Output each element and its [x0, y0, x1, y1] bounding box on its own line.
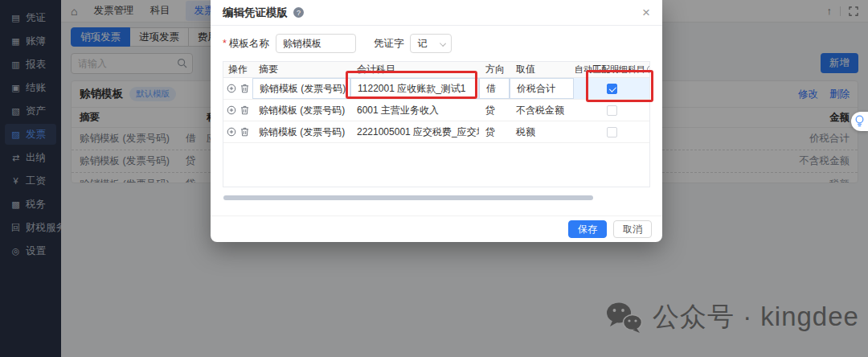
- cell-account[interactable]: 6001 主营业务收入: [350, 100, 479, 121]
- delete-row-icon[interactable]: [240, 127, 249, 137]
- help-icon[interactable]: ?: [293, 7, 304, 18]
- dialog-footer: 保存 取消: [211, 215, 662, 242]
- cell-summary[interactable]: 赊销模板 (发票号码): [252, 78, 350, 99]
- dialog-header: 编辑凭证模版 ? ×: [211, 0, 662, 26]
- voucher-word-select[interactable]: 记: [410, 34, 452, 53]
- dialog-title: 编辑凭证模版: [223, 6, 288, 20]
- voucher-word-label: 凭证字: [374, 37, 404, 51]
- wechat-icon: [604, 301, 645, 334]
- template-lines-table: 操作 摘要 会计科目 方向 取值 自动匹配明细科目 ?: [223, 61, 650, 187]
- template-form: * 模板名称 凭证字 记: [223, 34, 452, 53]
- required-mark: *: [223, 38, 227, 49]
- cell-summary[interactable]: 赊销模板 (发票号码): [252, 100, 350, 121]
- edit-voucher-template-dialog: 编辑凭证模版 ? × * 模板名称 凭证字 记 操作 摘要 会计科目 方向 取值…: [211, 0, 662, 242]
- col-auto-match-label: 自动匹配明细科目: [575, 64, 645, 76]
- chevron-down-icon: [440, 40, 446, 47]
- table-header-row: 操作 摘要 会计科目 方向 取值 自动匹配明细科目 ?: [223, 62, 649, 78]
- delete-row-icon[interactable]: [240, 84, 249, 93]
- col-account: 会计科目: [350, 62, 479, 77]
- delete-row-icon[interactable]: [240, 105, 249, 115]
- watermark-text: 公众号 · kingdee: [653, 299, 859, 335]
- assistant-bulb-button[interactable]: [851, 112, 868, 131]
- cell-auto-match: [574, 100, 649, 121]
- cell-direction[interactable]: 借: [479, 78, 510, 99]
- cell-operation: [223, 78, 252, 99]
- close-icon[interactable]: ×: [642, 6, 650, 19]
- add-row-icon[interactable]: [227, 84, 236, 93]
- cell-auto-match: [574, 78, 649, 99]
- info-icon[interactable]: ?: [647, 65, 649, 74]
- template-name-input[interactable]: [276, 34, 356, 53]
- col-operation: 操作: [223, 62, 252, 77]
- cell-auto-match: [574, 121, 649, 142]
- table-row: 赊销模板 (发票号码) 6001 主营业务收入 贷 不含税金额: [223, 100, 649, 121]
- cell-account[interactable]: 1122001 应收账款_测试1: [350, 78, 479, 99]
- add-row-icon[interactable]: [227, 105, 236, 115]
- col-value: 取值: [510, 62, 574, 77]
- cell-account[interactable]: 2221005001 应交税费_应交增值...: [350, 121, 479, 142]
- cell-direction[interactable]: 贷: [479, 121, 510, 142]
- voucher-word-value: 记: [417, 37, 427, 51]
- auto-match-checkbox[interactable]: [607, 84, 617, 94]
- table-row: 赊销模板 (发票号码) 1122001 应收账款_测试1 借 价税合计: [223, 78, 649, 100]
- cell-summary[interactable]: 赊销模板 (发票号码): [252, 121, 350, 142]
- lightbulb-icon: [854, 115, 865, 128]
- col-direction: 方向: [479, 62, 510, 77]
- cell-value[interactable]: 税额: [510, 121, 574, 142]
- auto-match-checkbox[interactable]: [607, 127, 617, 137]
- horizontal-scrollbar[interactable]: [223, 195, 593, 200]
- template-name-label: 模板名称: [229, 37, 269, 51]
- save-button[interactable]: 保存: [568, 220, 607, 238]
- auto-match-checkbox[interactable]: [607, 105, 617, 116]
- cell-operation: [223, 121, 252, 142]
- col-auto-match: 自动匹配明细科目 ?: [574, 62, 649, 77]
- cell-value[interactable]: 不含税金额: [510, 100, 574, 121]
- cancel-button[interactable]: 取消: [613, 220, 652, 238]
- cell-operation: [223, 100, 252, 121]
- watermark: 公众号 · kingdee: [604, 299, 859, 335]
- cell-direction[interactable]: 贷: [479, 100, 510, 121]
- app-window: ▤ 凭证 ▦ 账簿 ▥ 报表 ▣ 结账 ▧ 资产 ▨ 发票 ⇄ 出纳 ¥ 工资: [0, 0, 868, 357]
- cell-value[interactable]: 价税合计: [510, 78, 574, 99]
- add-row-icon[interactable]: [227, 127, 236, 137]
- col-summary: 摘要: [252, 62, 350, 77]
- table-row: 赊销模板 (发票号码) 2221005001 应交税费_应交增值... 贷 税额: [223, 121, 649, 143]
